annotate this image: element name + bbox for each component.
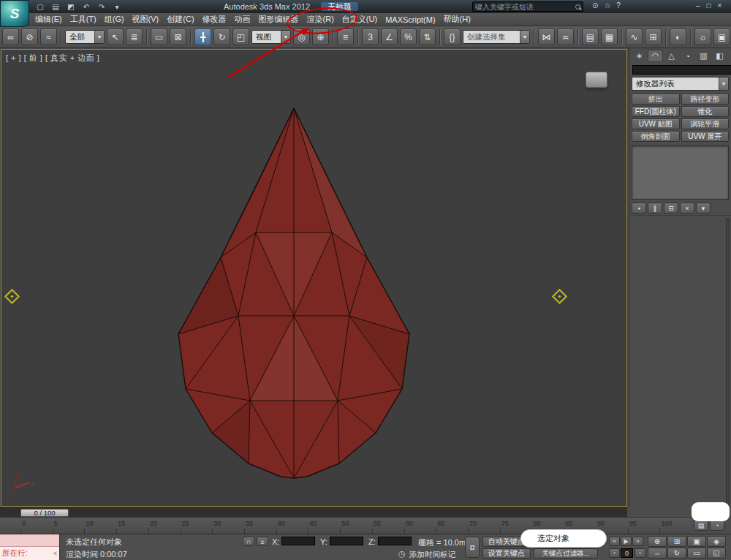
set-keys-button[interactable]: ¤ — [465, 537, 480, 558]
menu-item-animation[interactable]: 动画 — [233, 14, 252, 25]
layer-manager-button[interactable]: ▤ — [582, 29, 599, 45]
window-crossing-toggle-button[interactable]: ⊠ — [170, 29, 186, 45]
zoom-extents-button[interactable]: ▣ — [687, 536, 706, 547]
y-coordinate-field[interactable] — [330, 537, 363, 545]
modifier-button-turbosmooth[interactable]: 涡轮平滑 — [681, 118, 730, 129]
percent-snap-button[interactable]: % — [400, 29, 417, 45]
menu-item-customize[interactable]: 自定义(U) — [341, 14, 379, 25]
curve-editor-button[interactable]: ∿ — [626, 29, 643, 45]
modifier-stack-list[interactable] — [632, 145, 729, 200]
close-icon[interactable]: × — [718, 1, 722, 10]
mirror-button[interactable]: ⋈ — [538, 29, 555, 45]
remove-modifier-button[interactable]: × — [680, 203, 694, 213]
x-coordinate-field[interactable] — [281, 537, 315, 545]
rectangular-selection-region-button[interactable]: ▭ — [151, 29, 167, 45]
configure-modifier-sets-button[interactable]: ▾ — [696, 203, 711, 213]
go-to-start-button[interactable]: « — [609, 537, 620, 546]
modifier-list-dropdown[interactable]: 修改器列表 ▼ — [632, 77, 729, 91]
tab-create[interactable]: ∗ — [632, 50, 647, 62]
modifier-button-unwrap-uvw[interactable]: UVW 展开 — [681, 131, 730, 142]
next-frame-button[interactable]: › — [635, 548, 645, 558]
maximize-viewport-button[interactable]: ◱ — [707, 548, 726, 559]
listener-script-row[interactable]: 所在行: < — [0, 547, 59, 560]
modifier-button-uvw-map[interactable]: UVW 贴图 — [632, 118, 680, 129]
search-icon[interactable] — [575, 4, 580, 10]
select-and-rotate-button[interactable]: ↻ — [213, 29, 230, 45]
spinner-snap-button[interactable]: ⇅ — [419, 29, 436, 45]
selected-filter-dropdown[interactable]: 选定对象 — [520, 529, 607, 548]
align-button[interactable]: ≍ — [557, 29, 574, 45]
menu-item-maxscript[interactable]: MAXScript(M) — [384, 15, 436, 24]
tab-display[interactable]: ▥ — [696, 50, 711, 62]
undo-icon[interactable]: ↶ — [80, 1, 93, 12]
select-object-button[interactable]: ↖ — [107, 29, 124, 45]
snaps-toggle-button[interactable]: 3 — [362, 29, 379, 45]
maxscript-mini-listener[interactable]: 所在行: < — [0, 534, 60, 560]
front-viewport[interactable]: x [ + ] [ 前 ] [ 真实 + 边面 ] — [1, 49, 627, 507]
unlink-selection-button[interactable]: ⊘ — [21, 29, 38, 45]
menu-item-edit[interactable]: 编辑(E) — [34, 14, 64, 25]
select-by-name-button[interactable]: ≣ — [126, 29, 143, 45]
quick-access-more-icon[interactable]: ▾ — [110, 1, 124, 12]
selection-lock-icon[interactable]: ∩ — [243, 537, 254, 546]
menu-item-views[interactable]: 视图(V) — [131, 14, 161, 25]
open-mini-curve-editor-button[interactable]: ▤ — [694, 520, 708, 531]
open-file-icon[interactable]: ▤ — [49, 1, 62, 12]
new-file-icon[interactable]: ▢ — [34, 1, 47, 12]
key-filters-button[interactable]: 关键点过滤器... — [534, 548, 598, 559]
viewport-label[interactable]: [ + ] [ 前 ] [ 真实 + 边面 ] — [6, 53, 99, 64]
keyboard-shortcut-override-button[interactable]: ≡ — [337, 29, 354, 45]
angle-snap-button[interactable]: ∠ — [381, 29, 398, 45]
modifier-button-bevel-profile[interactable]: 倒角剖面 — [632, 131, 680, 142]
help-icon[interactable]: ? — [616, 1, 621, 10]
menu-item-rendering[interactable]: 渲染(R) — [306, 14, 336, 25]
tab-utilities[interactable]: ◧ — [712, 50, 727, 62]
menu-item-graph-editors[interactable]: 图形编辑器 — [257, 14, 300, 25]
favorites-icon[interactable]: ☆ — [604, 1, 610, 10]
listener-expand-icon[interactable]: < — [53, 550, 57, 557]
zoom-extents-all-button[interactable]: ◈ — [707, 536, 726, 547]
play-button[interactable]: ▶ — [621, 537, 632, 546]
command-panel-scrollbar[interactable] — [726, 218, 730, 506]
zoom-all-button[interactable]: ⊞ — [667, 536, 686, 547]
chevron-down-icon[interactable]: ▼ — [94, 31, 104, 43]
menu-item-modifiers[interactable]: 修改器 — [201, 14, 228, 25]
menu-item-help[interactable]: 帮助(H) — [442, 14, 472, 25]
z-coordinate-field[interactable] — [378, 537, 412, 545]
chevron-down-icon[interactable]: ▼ — [281, 31, 290, 43]
set-key-button[interactable]: 设置关键点 — [482, 548, 531, 559]
orbit-button[interactable]: ↻ — [667, 548, 686, 559]
graphite-ribbon-button[interactable]: ▦ — [601, 29, 618, 45]
current-frame-field[interactable] — [621, 548, 633, 558]
go-to-end-button[interactable]: » — [632, 537, 643, 546]
absolute-offset-mode-icon[interactable]: ± — [257, 537, 268, 546]
menu-item-group[interactable]: 组(G) — [103, 14, 126, 25]
pin-stack-button[interactable]: ▪ — [632, 203, 646, 213]
time-slider-handle[interactable]: 0 / 100 — [20, 509, 69, 517]
viewcube[interactable] — [586, 72, 607, 88]
tab-motion[interactable]: ◔ — [680, 50, 695, 62]
show-end-result-button[interactable]: ∥ — [648, 203, 662, 213]
listener-macro-row[interactable] — [0, 534, 59, 547]
select-and-move-button[interactable]: ╋ — [194, 29, 211, 45]
named-selection-sets-dropdown[interactable]: 创建选择集 ▼ — [463, 30, 530, 44]
menu-item-create[interactable]: 创建(C) — [165, 14, 195, 25]
chevron-down-icon[interactable]: ▼ — [520, 31, 529, 43]
search-input[interactable] — [475, 3, 575, 11]
bind-to-space-warp-button[interactable]: ≈ — [40, 29, 57, 45]
select-and-link-button[interactable]: ∞ — [2, 29, 19, 45]
save-file-icon[interactable]: ◩ — [64, 1, 77, 12]
menu-item-tools[interactable]: 工具(T) — [69, 14, 98, 25]
rendered-frame-window-button[interactable]: ▣ — [713, 29, 730, 45]
chevron-down-icon[interactable]: ▼ — [719, 77, 728, 90]
make-unique-button[interactable]: ⊟ — [664, 203, 678, 213]
add-time-tag[interactable]: 添加时间标记 — [409, 550, 455, 560]
zoom-button[interactable]: ⊕ — [648, 536, 667, 547]
render-setup-button[interactable]: ☼ — [694, 29, 711, 45]
modifier-button-ffd-cylinder[interactable]: FFD(圆柱体) — [632, 106, 680, 117]
material-editor-button[interactable]: ◐ — [670, 29, 686, 45]
maximize-icon[interactable]: □ — [707, 1, 711, 10]
reference-coordinate-dropdown[interactable]: 视图 ▼ — [251, 30, 291, 44]
pan-view-button[interactable]: ⇔ — [648, 548, 667, 559]
schematic-view-button[interactable]: ⊞ — [645, 29, 662, 45]
